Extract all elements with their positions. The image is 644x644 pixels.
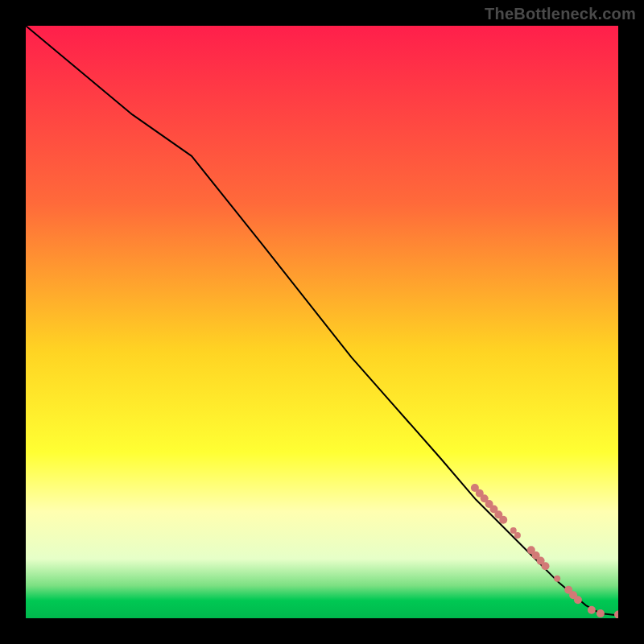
chart-stage: TheBottleneck.com [0,0,644,644]
data-marker [597,609,605,617]
data-marker [499,516,507,524]
chart-plot [26,26,618,618]
data-marker [588,606,596,614]
data-marker [574,596,582,604]
data-marker [554,576,560,582]
attribution-label: TheBottleneck.com [485,5,636,23]
data-marker [514,532,521,539]
data-marker [541,562,549,570]
plot-background [26,26,618,618]
